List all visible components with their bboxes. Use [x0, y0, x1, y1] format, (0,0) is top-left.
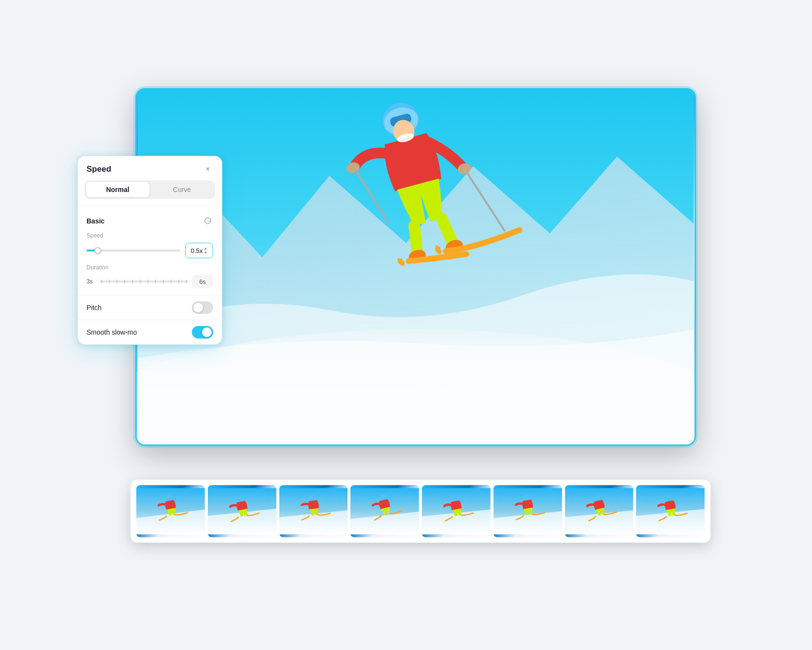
tick-11	[178, 280, 179, 283]
tick-10	[171, 280, 172, 283]
pitch-toggle[interactable]	[192, 301, 213, 314]
panel-title: Speed	[87, 164, 111, 174]
duration-start-label: 3s	[87, 278, 96, 285]
speed-sub-label: Speed	[87, 232, 213, 239]
speed-arrows: ▲ ▼	[203, 247, 207, 255]
tab-curve[interactable]: Curve	[150, 182, 214, 197]
speed-arrow-up[interactable]: ▲	[203, 247, 207, 251]
tab-normal[interactable]: Normal	[86, 182, 149, 197]
duration-sub-label: Duration	[87, 264, 213, 271]
film-thumb-8[interactable]	[636, 485, 705, 537]
smooth-toggle-knob	[202, 327, 212, 337]
duration-ticks	[100, 281, 188, 282]
duration-end-box: 6s	[192, 275, 213, 288]
tick-5	[132, 280, 133, 283]
smooth-toggle-row: Smooth slow-mo	[78, 320, 222, 344]
speed-value-box[interactable]: 0.5x ▲ ▼	[185, 243, 213, 258]
speed-slider-row: Speed 0.5x ▲ ▼	[78, 230, 222, 260]
pitch-toggle-row: Pitch	[78, 295, 222, 320]
film-thumb-7[interactable]	[565, 485, 634, 537]
speed-slider-track[interactable]	[87, 250, 180, 251]
tick-9	[163, 280, 164, 283]
close-button[interactable]: ×	[203, 164, 213, 175]
duration-track[interactable]	[100, 281, 188, 282]
pitch-toggle-knob	[193, 303, 203, 312]
tick-1	[101, 280, 102, 283]
filmstrip-wrapper	[130, 480, 710, 543]
tick-4	[124, 280, 125, 283]
speed-panel: Speed × Normal Curve Basic Speed	[77, 156, 222, 345]
tabs-row: Normal Curve	[85, 180, 215, 199]
duration-row: Duration 3s	[78, 260, 222, 295]
duration-end-label: 6s	[199, 278, 206, 285]
tick-6	[140, 280, 141, 283]
speed-arrow-down[interactable]: ▼	[203, 251, 207, 255]
film-thumb-1[interactable]	[136, 485, 205, 537]
duration-control: 3s	[87, 275, 213, 288]
tick-12	[186, 280, 187, 283]
speed-slider-control: 0.5x ▲ ▼	[87, 243, 213, 258]
film-thumb-6[interactable]	[493, 485, 562, 537]
smooth-label: Smooth slow-mo	[87, 328, 137, 336]
basic-section-label: Basic	[87, 217, 104, 225]
panel-divider	[78, 206, 222, 206]
tick-7	[147, 280, 148, 283]
basic-section-row: Basic	[78, 212, 222, 230]
film-thumb-5[interactable]	[422, 485, 491, 537]
panel-header: Speed ×	[78, 156, 222, 180]
tick-3	[116, 280, 117, 283]
film-thumb-4[interactable]	[350, 485, 419, 537]
pitch-label: Pitch	[87, 304, 102, 311]
main-scene: Speed × Normal Curve Basic Speed	[68, 59, 744, 591]
film-thumb-2[interactable]	[208, 485, 276, 537]
film-thumb-3[interactable]	[279, 485, 348, 537]
tick-2	[109, 280, 110, 283]
speed-slider-thumb[interactable]	[94, 247, 101, 254]
smooth-toggle[interactable]	[192, 326, 213, 339]
reset-button[interactable]	[203, 216, 213, 226]
speed-value-text: 0.5x	[191, 247, 203, 254]
tick-8	[155, 280, 156, 283]
filmstrip	[130, 480, 710, 543]
